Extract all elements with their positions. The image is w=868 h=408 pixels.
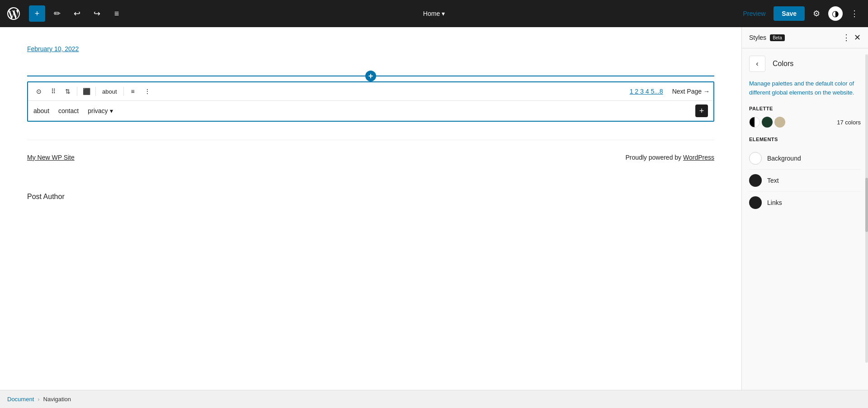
privacy-chevron-icon: ▾ xyxy=(110,107,113,114)
editor-canvas: February 10, 2022 + ⊙ ⠿ ⇅ ⬛ about ≡ ⋮ xyxy=(0,27,741,390)
inserter-line-right xyxy=(376,76,714,76)
text-color-swatch xyxy=(749,174,762,187)
sidebar-close-button[interactable]: ✕ xyxy=(854,33,861,43)
next-page-button[interactable]: Next Page → xyxy=(672,88,710,95)
links-label: Links xyxy=(767,199,782,206)
nav-more-button[interactable]: ⋮ xyxy=(140,84,155,99)
nav-toolbar-sep-1 xyxy=(77,87,77,96)
breadcrumb-bar: Document › Navigation xyxy=(0,390,868,408)
top-toolbar: + ✏ ↩ ↪ ≡ Home ▾ Preview Save ⚙ ◑ ⋮ xyxy=(0,0,868,27)
add-block-button[interactable]: + xyxy=(29,5,45,22)
next-page-label: Next Page xyxy=(672,88,702,95)
palette-swatches xyxy=(749,117,785,128)
nav-settings-icon[interactable]: ⊙ xyxy=(32,84,46,99)
beta-badge: Beta xyxy=(770,34,785,41)
insert-block-button[interactable]: + xyxy=(365,71,376,81)
colors-section-header: ‹ Colors xyxy=(749,56,861,72)
plus-icon: + xyxy=(35,9,40,19)
nav-toolbar-sep-2 xyxy=(95,87,96,96)
nav-content: about contact privacy ▾ + xyxy=(28,101,713,121)
nav-drag-handle[interactable]: ⠿ xyxy=(46,84,61,99)
next-page-arrow: → xyxy=(703,88,710,95)
colors-heading: Colors xyxy=(773,60,793,68)
palette-row: 17 colors xyxy=(749,117,861,128)
more-icon: ⋮ xyxy=(850,9,859,19)
sidebar-header: Styles Beta ⋮ ✕ xyxy=(742,27,868,48)
sidebar-more-button[interactable]: ⋮ xyxy=(842,33,850,43)
sidebar-scrollbar[interactable] xyxy=(865,54,868,363)
post-author-section: Post Author xyxy=(27,193,714,201)
powered-by-text: Proudly powered by WordPress xyxy=(625,154,714,161)
contrast-button[interactable]: ◑ xyxy=(828,6,843,21)
nav-item-privacy[interactable]: privacy ▾ xyxy=(88,107,113,114)
text-label: Text xyxy=(767,177,779,184)
swatch-tan xyxy=(774,117,785,128)
right-sidebar: Styles Beta ⋮ ✕ ‹ Colors Manage palettes… xyxy=(741,27,868,390)
element-row-background[interactable]: Background xyxy=(749,147,861,170)
nav-items: about contact privacy ▾ xyxy=(33,107,695,114)
site-footer: My New WP Site Proudly powered by WordPr… xyxy=(27,140,714,175)
inserter-line-left xyxy=(27,76,365,76)
elements-section: ELEMENTS Background Text Links xyxy=(749,137,861,213)
palette-count: 17 colors xyxy=(837,119,861,126)
nav-block-toolbar: ⊙ ⠿ ⇅ ⬛ about ≡ ⋮ 1 2 3 4 5...8 Next Pag… xyxy=(28,82,713,101)
sidebar-scrollbar-thumb xyxy=(865,178,868,232)
breadcrumb-navigation: Navigation xyxy=(43,396,71,403)
breadcrumb-separator: › xyxy=(38,396,39,403)
wordpress-icon xyxy=(7,7,20,20)
home-button[interactable]: Home ▾ xyxy=(419,7,449,20)
links-color-swatch xyxy=(749,196,762,209)
nav-block: ⊙ ⠿ ⇅ ⬛ about ≡ ⋮ 1 2 3 4 5...8 Next Pag… xyxy=(27,81,714,122)
back-button[interactable]: ‹ xyxy=(749,56,765,72)
main-area: February 10, 2022 + ⊙ ⠿ ⇅ ⬛ about ≡ ⋮ xyxy=(0,27,868,390)
site-name-link[interactable]: My New WP Site xyxy=(27,154,75,161)
nav-item-privacy-label: privacy xyxy=(88,107,108,114)
nav-align-button[interactable]: ≡ xyxy=(126,84,140,99)
pencil-icon: ✏ xyxy=(54,9,61,19)
sidebar-title: Styles xyxy=(749,34,766,41)
post-author-label: Post Author xyxy=(27,193,65,200)
block-inserter-line: + xyxy=(27,71,714,81)
pagination-pages[interactable]: 1 2 3 4 5...8 xyxy=(630,88,663,95)
nav-justify-button[interactable]: ⬛ xyxy=(79,84,94,99)
manage-colors-text: Manage palettes and the default color of… xyxy=(749,79,861,97)
nav-add-item-button[interactable]: + xyxy=(695,104,708,117)
gear-icon: ⚙ xyxy=(813,9,820,19)
toolbar-center: Home ▾ xyxy=(419,7,449,20)
swatch-black-white xyxy=(749,117,760,128)
swatch-dark-green xyxy=(762,117,773,128)
more-options-button[interactable]: ⋮ xyxy=(846,5,863,22)
list-icon: ≡ xyxy=(114,9,119,19)
sidebar-body: ‹ Colors Manage palettes and the default… xyxy=(742,48,868,390)
toolbar-right: Preview Save ⚙ ◑ ⋮ xyxy=(739,5,863,22)
nav-move-up-down[interactable]: ⇅ xyxy=(61,84,75,99)
tools-button[interactable]: ✏ xyxy=(49,5,65,22)
breadcrumb-document[interactable]: Document xyxy=(7,396,34,403)
preview-button[interactable]: Preview xyxy=(739,7,770,20)
wp-logo xyxy=(5,5,22,22)
wordpress-link[interactable]: WordPress xyxy=(683,154,714,161)
nav-item-contact[interactable]: contact xyxy=(58,107,79,114)
element-row-links[interactable]: Links xyxy=(749,192,861,213)
undo-icon: ↩ xyxy=(74,9,80,19)
element-row-text[interactable]: Text xyxy=(749,170,861,192)
date-link[interactable]: February 10, 2022 xyxy=(27,45,714,52)
nav-item-about[interactable]: about xyxy=(33,107,49,114)
elements-label: ELEMENTS xyxy=(749,137,861,142)
pagination: 1 2 3 4 5...8 xyxy=(630,88,663,95)
background-color-swatch xyxy=(749,152,762,165)
nav-toolbar-sep-3 xyxy=(123,87,124,96)
chevron-down-icon: ▾ xyxy=(442,10,445,17)
save-button[interactable]: Save xyxy=(774,6,805,21)
undo-button[interactable]: ↩ xyxy=(69,5,85,22)
redo-icon: ↪ xyxy=(94,9,100,19)
home-label: Home xyxy=(423,10,440,17)
list-view-button[interactable]: ≡ xyxy=(108,5,125,22)
palette-label: PALETTE xyxy=(749,106,861,111)
redo-button[interactable]: ↪ xyxy=(89,5,105,22)
contrast-icon: ◑ xyxy=(832,9,839,19)
settings-button[interactable]: ⚙ xyxy=(808,5,825,22)
select-menu-button[interactable]: about xyxy=(98,86,122,97)
background-label: Background xyxy=(767,155,801,162)
